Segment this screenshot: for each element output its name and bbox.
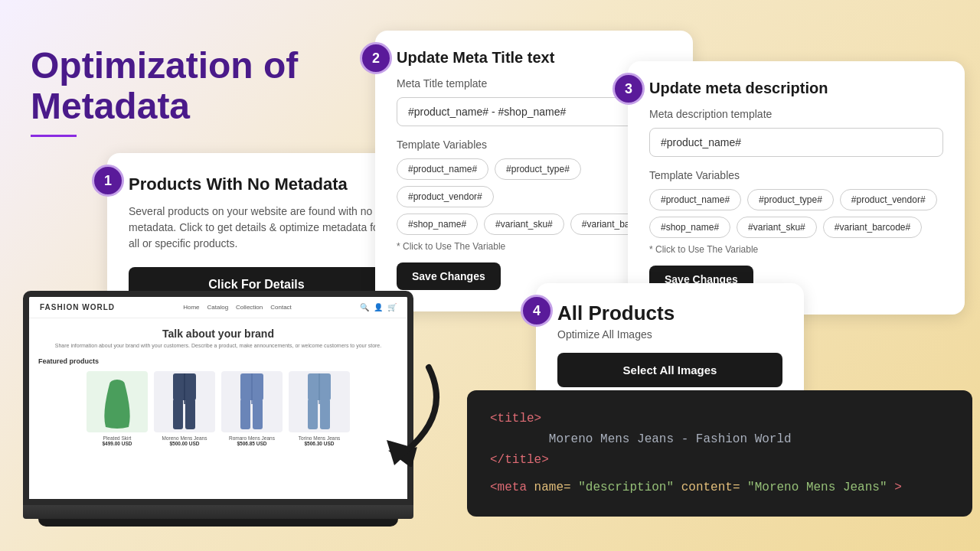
code-line-4: <meta name= "description" content= "More…: [490, 478, 949, 498]
cart-icon: 🛒: [387, 303, 397, 311]
laptop-nav-icons: 🔍 👤 🛒: [360, 303, 397, 311]
step-badge-4: 4: [521, 295, 553, 327]
laptop-product-3: Romaro Mens Jeans $506.85 USD: [221, 371, 283, 446]
select-all-images-button[interactable]: Select All Images: [557, 353, 782, 387]
jeans-medium-icon: [237, 373, 267, 431]
jeans-light-icon: [304, 373, 335, 431]
laptop-product-img-4: [289, 371, 350, 432]
laptop-screen: FASHION WORLD Home Catalog Collection Co…: [23, 291, 413, 505]
laptop-product-img-3: [221, 371, 283, 432]
meta-desc-input[interactable]: [649, 128, 943, 157]
laptop-product-name-2: Moreno Mens Jeans: [154, 435, 215, 441]
tag-variant-sku-3[interactable]: #variant_sku#: [737, 217, 817, 238]
laptop-product-name-1: Pleated Skirt: [87, 435, 148, 441]
tag-shop-name-2[interactable]: #shop_name#: [397, 214, 478, 235]
laptop-product-price-3: $506.85 USD: [221, 441, 283, 446]
laptop-product-img-1: [87, 371, 148, 432]
code-line-3: </title>: [490, 450, 949, 471]
laptop-navbar: FASHION WORLD Home Catalog Collection Co…: [29, 297, 407, 318]
code-block: <title> Moreno Mens Jeans - Fashion Worl…: [467, 390, 972, 517]
card1-description: Several products on your website are fou…: [129, 204, 384, 252]
laptop-content: Talk about your brand Share information …: [29, 318, 407, 455]
title-text: Optimization of Metadata: [31, 45, 298, 126]
card3-heading: Update meta description: [649, 80, 943, 97]
laptop: FASHION WORLD Home Catalog Collection Co…: [23, 291, 413, 527]
code-line-1: <title>: [490, 409, 949, 429]
tag-variant-barcode-3[interactable]: #variant_barcode#: [823, 217, 922, 238]
tag-product-name-3[interactable]: #product_name#: [649, 189, 741, 210]
skirt-icon: [98, 375, 136, 429]
tag-variant-sku-2[interactable]: #variant_sku#: [484, 214, 564, 235]
arrow-container: [360, 352, 475, 467]
tag-product-name-2[interactable]: #product_name#: [397, 158, 488, 180]
laptop-product-1: Pleated Skirt $499.00 USD: [87, 371, 148, 446]
tag-product-type-3[interactable]: #product_type#: [747, 189, 834, 210]
title-underline: [31, 135, 77, 137]
jeans-dark-icon: [169, 373, 200, 431]
tag-product-vendor-3[interactable]: #product_vendor#: [840, 189, 937, 210]
svg-rect-6: [240, 399, 250, 429]
code-line-2: Moreno Mens Jeans - Fashion World: [490, 429, 949, 450]
laptop-bottom: [38, 519, 398, 527]
svg-rect-11: [320, 399, 330, 429]
template-vars-label-3: Template Variables: [649, 169, 943, 181]
search-icon: 🔍: [360, 303, 369, 311]
user-icon: 👤: [374, 303, 383, 311]
hero-section: Optimization of Metadata: [31, 46, 383, 168]
tag-shop-name-3[interactable]: #shop_name#: [649, 217, 730, 238]
laptop-product-img-2: [154, 371, 215, 432]
laptop-featured-label: Featured products: [38, 357, 398, 365]
laptop-product-4: Torino Mens Jeans $506.30 USD: [289, 371, 350, 446]
laptop-products-grid: Pleated Skirt $499.00 USD Moreno Mens Je…: [38, 371, 398, 446]
step-badge-2: 2: [360, 42, 392, 74]
card-update-meta-desc: Update meta description Meta description…: [628, 61, 965, 315]
laptop-product-name-3: Romaro Mens Jeans: [221, 435, 283, 441]
laptop-hero-subtitle: Share information about your brand with …: [38, 343, 398, 348]
laptop-nav-links: Home Catalog Collection Contact: [183, 304, 292, 311]
template-vars-tags-3-row1: #product_name# #product_type# #product_v…: [649, 189, 943, 210]
template-vars-tags-3-row2: #shop_name# #variant_sku# #variant_barco…: [649, 217, 943, 238]
card4-heading: All Products: [557, 302, 782, 325]
save-changes-button-2[interactable]: Save Changes: [397, 262, 501, 290]
step-badge-1: 1: [92, 165, 124, 197]
main-title: Optimization of Metadata: [31, 46, 383, 127]
click-hint-3: * Click to Use The Variable: [649, 244, 943, 255]
step-badge-3: 3: [612, 73, 645, 105]
svg-rect-10: [308, 399, 318, 429]
meta-desc-label: Meta description template: [649, 108, 943, 120]
laptop-product-price-4: $506.30 USD: [289, 441, 350, 446]
tag-product-vendor-2[interactable]: #product_vendor#: [397, 186, 494, 207]
tag-product-type-2[interactable]: #product_type#: [495, 158, 581, 180]
laptop-brand: FASHION WORLD: [40, 303, 115, 311]
svg-rect-3: [185, 399, 195, 429]
card1-heading: Products With No Metadata: [129, 174, 384, 194]
laptop-hero-title: Talk about your brand: [38, 328, 398, 340]
svg-rect-7: [253, 399, 263, 429]
arrow-icon: [360, 352, 475, 467]
laptop-product-price-1: $499.00 USD: [87, 441, 148, 446]
laptop-base: [23, 505, 413, 519]
laptop-product-price-2: $500.00 USD: [154, 441, 215, 446]
svg-rect-2: [173, 399, 183, 429]
card4-description: Optimize All Images: [557, 328, 782, 341]
laptop-product-2: Moreno Mens Jeans $500.00 USD: [154, 371, 215, 446]
laptop-product-name-4: Torino Mens Jeans: [289, 435, 350, 441]
card2-heading: Update Meta Title text: [397, 49, 671, 67]
